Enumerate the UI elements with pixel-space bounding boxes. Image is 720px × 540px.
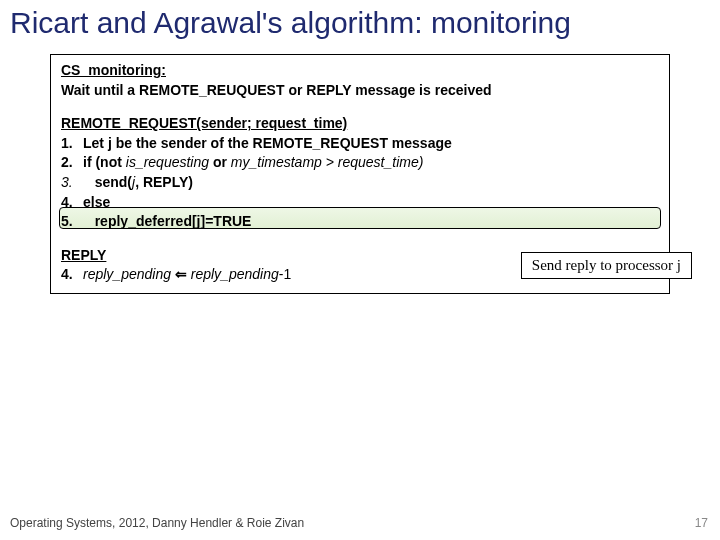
footer: Operating Systems, 2012, Danny Hendler &… [10,516,708,530]
remote-request-steps: 1. Let j be the sender of the REMOTE_REQ… [61,134,659,232]
reply-minus-one: -1 [279,266,291,282]
step-2-cond: my_timestamp > request_time) [231,154,424,170]
step-2-if: if (not [83,154,126,170]
section-reply: REPLY 4. reply_pending ⇐ reply_pending-1 [61,246,659,285]
cs-monitoring-label: CS_monitoring: [61,62,166,78]
step-3-num: 3. [61,173,83,193]
step-5-body: reply_deferred[j]=TRUE [83,212,659,232]
step-1-body: Let j be the sender of the REMOTE_REQUES… [83,134,659,154]
step-2-or: or [209,154,231,170]
step-2-num: 2. [61,153,83,173]
spacer [61,100,659,114]
remote-request-label: REMOTE_REQUEST(sender; request_time) [61,115,347,131]
reply-step-4-num: 4. [61,265,83,285]
section-cs-monitoring: CS_monitoring: Wait until a REMOTE_REUQU… [61,61,659,100]
step-4-num: 4. [61,193,83,213]
step-3-send: send( [95,174,132,190]
reply-step-4-body: reply_pending ⇐ reply_pending-1 [83,265,659,285]
spacer-2 [61,232,659,246]
reply-steps: 4. reply_pending ⇐ reply_pending-1 [61,265,659,285]
reply-step-4: 4. reply_pending ⇐ reply_pending-1 [61,265,659,285]
page-number: 17 [695,516,708,530]
step-5: 5. reply_deferred[j]=TRUE [61,212,659,232]
step-3: 3. send(j, REPLY) [61,173,659,193]
step-4-else: else [83,193,659,213]
step-1: 1. Let j be the sender of the REMOTE_REQ… [61,134,659,154]
step-3-reply: , REPLY) [135,174,193,190]
wait-line: Wait until a REMOTE_REUQUEST or REPLY me… [61,82,492,98]
reply-arrow: ⇐ [171,266,191,282]
slide-title: Ricart and Agrawal's algorithm: monitori… [10,6,710,40]
step-5-deferred: reply_deferred[j]=TRUE [95,213,252,229]
step-1-num: 1. [61,134,83,154]
algorithm-box: CS_monitoring: Wait until a REMOTE_REUQU… [50,54,670,294]
reply-label: REPLY [61,247,106,263]
step-4: 4. else [61,193,659,213]
footer-credits: Operating Systems, 2012, Danny Hendler &… [10,516,304,530]
slide: Ricart and Agrawal's algorithm: monitori… [0,0,720,540]
step-2: 2. if (not is_requesting or my_timestamp… [61,153,659,173]
step-2-body: if (not is_requesting or my_timestamp > … [83,153,659,173]
section-remote-request: REMOTE_REQUEST(sender; request_time) 1. … [61,114,659,232]
step-3-body: send(j, REPLY) [83,173,659,193]
step-2-isreq: is_requesting [126,154,209,170]
step-5-num: 5. [61,212,83,232]
reply-pending-right: reply_pending [191,266,279,282]
algorithm-content: CS_monitoring: Wait until a REMOTE_REUQU… [61,61,659,285]
reply-pending-left: reply_pending [83,266,171,282]
